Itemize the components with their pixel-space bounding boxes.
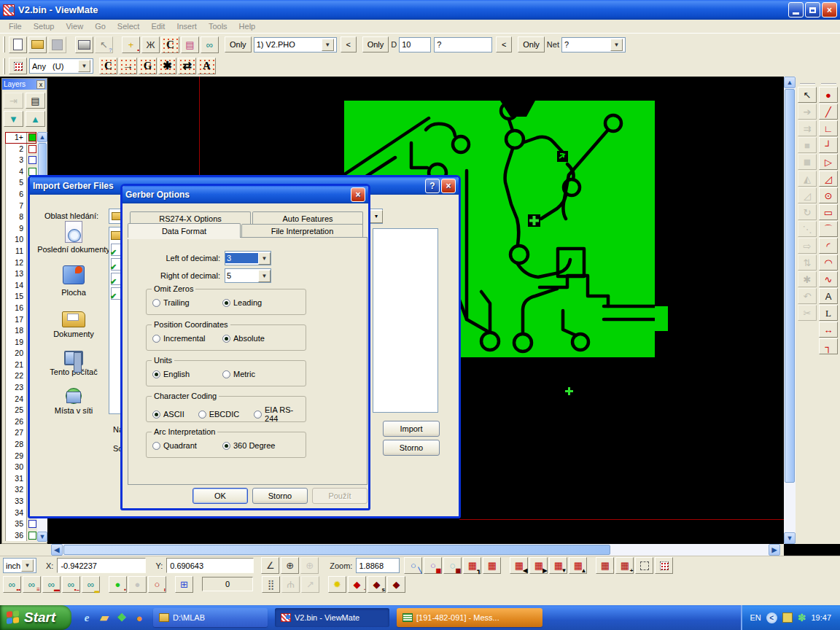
ok-button[interactable]: OK xyxy=(192,488,248,504)
scroll-left-icon[interactable]: ◀ xyxy=(51,544,63,556)
only-layer-button[interactable]: Only xyxy=(225,36,252,52)
radio-ascii[interactable]: ASCII xyxy=(152,410,198,419)
grid-offset-icon[interactable]: ▦▫ xyxy=(596,557,614,574)
radio-button[interactable] xyxy=(198,411,206,419)
dcode-query-input[interactable]: ? xyxy=(434,37,492,52)
tray-green-icon[interactable]: ✽ xyxy=(798,612,806,623)
draw-pad-icon[interactable]: ● xyxy=(819,87,838,103)
selection-pattern-icon[interactable] xyxy=(9,58,27,74)
chevron-down-icon[interactable]: ▼ xyxy=(78,60,90,72)
chevron-down-icon[interactable]: ▼ xyxy=(610,39,623,51)
ie-icon[interactable]: e xyxy=(80,611,93,624)
dcode-input[interactable]: 10 xyxy=(399,37,431,52)
layer-row-36[interactable]: 36 xyxy=(5,530,36,542)
left-of-decimal-combo[interactable]: 3 ▼ xyxy=(225,251,271,265)
measure-glasses-icon[interactable]: ∞ xyxy=(201,36,219,53)
dialog-help-button[interactable]: ? xyxy=(425,179,440,193)
grid-toggle-icon[interactable]: ▦ xyxy=(483,557,501,574)
scroll-down-icon[interactable]: ▼ xyxy=(784,532,796,544)
draw-rect-path-icon[interactable]: ┘ xyxy=(819,137,838,153)
draw-arc-cw-icon[interactable]: ◠ xyxy=(819,254,838,271)
gerber-dialog-titlebar[interactable]: Gerber Options × xyxy=(122,186,368,203)
close-button[interactable]: × xyxy=(822,2,837,18)
draw-dimension-icon[interactable]: ↔ xyxy=(819,322,838,338)
help-book-icon[interactable]: ❖ xyxy=(115,611,128,624)
layer-color-swatch[interactable] xyxy=(28,156,36,164)
chevron-down-icon[interactable]: ▼ xyxy=(21,559,34,572)
open-file-icon[interactable] xyxy=(28,36,47,53)
view-menu-button[interactable]: ▾ xyxy=(370,210,383,223)
layer-color-swatch[interactable] xyxy=(28,532,36,540)
view-highlight-icon[interactable]: ∞▂ xyxy=(82,576,100,593)
radio-button[interactable] xyxy=(254,411,262,419)
select-draw-icon[interactable]: → xyxy=(119,58,137,74)
net-combo[interactable]: ? ▼ xyxy=(561,37,626,52)
tray-clipboard-icon[interactable] xyxy=(782,612,793,623)
zoom-grid-icon[interactable]: ○▦ xyxy=(424,557,442,574)
pad-fill-icon[interactable]: ◆∙ xyxy=(348,576,366,593)
menu-tools[interactable]: Tools xyxy=(203,21,233,31)
vertical-scrollbar[interactable]: ▲ ▼ xyxy=(784,77,796,544)
layer-combo[interactable]: 1) V2.PHO ▼ xyxy=(254,37,337,52)
select-traverse-icon[interactable]: ⇄ xyxy=(178,58,196,74)
radio-button-selected[interactable] xyxy=(152,370,160,378)
import-cancel-button[interactable]: Storno xyxy=(383,440,440,456)
horizontal-scrollbar[interactable]: ◀ ▶ xyxy=(51,544,780,556)
dcode-film-icon[interactable]: C xyxy=(161,36,179,53)
import-button[interactable]: Import xyxy=(383,421,440,437)
layer-row-35[interactable]: 35 xyxy=(5,518,36,530)
draw-curve-icon[interactable]: ∿ xyxy=(819,271,838,287)
place-network[interactable]: Místa v síti xyxy=(36,386,112,415)
menu-view[interactable]: View xyxy=(60,21,89,31)
view-pads-icon[interactable]: ∞▬ xyxy=(42,576,61,593)
grid-corner-icon[interactable]: ▦┓ xyxy=(463,557,481,574)
pad-small-icon[interactable]: ◆s xyxy=(368,576,386,593)
aperture-target-icon[interactable]: +• xyxy=(122,36,140,53)
layer-color-swatch[interactable] xyxy=(28,133,36,141)
new-file-icon[interactable] xyxy=(9,36,27,53)
start-button[interactable]: Start xyxy=(0,605,71,630)
highlight-on-icon[interactable]: ●▪ xyxy=(109,576,127,593)
only-dcode-button[interactable]: Only xyxy=(362,36,389,52)
layers-close-icon[interactable]: x xyxy=(36,80,45,89)
pan-down-icon[interactable]: ▦▼ xyxy=(549,557,567,574)
draw-line-icon[interactable]: ╱ xyxy=(819,104,838,120)
origin-crosshair-icon[interactable]: ⊕ xyxy=(281,557,299,574)
dot-grid-icon[interactable]: ⣿ xyxy=(262,576,280,593)
radio-button-selected[interactable] xyxy=(152,411,160,419)
select-g-code-icon[interactable]: G xyxy=(139,58,157,74)
menu-help[interactable]: Help xyxy=(233,21,262,31)
selection-filter-combo[interactable]: Any (U) ▼ xyxy=(29,58,93,74)
language-indicator[interactable]: EN xyxy=(750,613,761,622)
radio-button[interactable] xyxy=(152,442,160,450)
scroll-down-icon[interactable]: ▼ xyxy=(37,532,47,542)
unit-combo[interactable]: inch ▼ xyxy=(3,558,36,573)
zoom-in-icon[interactable]: ○╲ xyxy=(404,557,422,574)
previous-layer-button[interactable]: < xyxy=(341,36,357,52)
select-text-icon[interactable]: A xyxy=(198,58,216,74)
move-layer-up-icon[interactable]: ▲ xyxy=(26,111,45,127)
highlight-outline-icon[interactable]: ○ı xyxy=(148,576,166,593)
zoom-window-icon[interactable]: ◌▦ xyxy=(443,557,462,574)
radio-button[interactable] xyxy=(152,335,160,343)
task-viewmate[interactable]: V2.bin - ViewMate xyxy=(275,608,389,627)
gerber-cancel-button[interactable]: Storno xyxy=(252,488,308,504)
minimize-button[interactable] xyxy=(788,2,804,18)
select-cursor-icon[interactable]: ↖ xyxy=(798,87,817,103)
measure-angle-icon[interactable]: ∠ xyxy=(261,557,279,574)
radio-button[interactable] xyxy=(222,370,230,378)
previous-dcode-button[interactable]: < xyxy=(496,36,512,52)
select-c-code-icon[interactable]: C xyxy=(99,58,117,74)
scroll-up-icon[interactable]: ▲ xyxy=(37,132,47,142)
draw-rectangle-icon[interactable]: ▭ xyxy=(819,204,838,220)
draw-polyline-icon[interactable]: ∟ xyxy=(819,120,838,136)
draw-circle-icon[interactable]: ⊙ xyxy=(819,187,838,203)
draw-arc-pie-icon[interactable]: ▷ xyxy=(819,154,838,170)
chevron-down-icon[interactable]: ▼ xyxy=(258,252,271,265)
radio-trailing[interactable]: Trailing xyxy=(152,298,222,307)
radio-english[interactable]: English xyxy=(152,370,222,378)
view-dcodes-icon[interactable]: ∞•• xyxy=(3,576,21,593)
apply-button[interactable]: Použít xyxy=(312,488,368,504)
layer-color-swatch[interactable] xyxy=(28,520,36,528)
tab-file-interpretation[interactable]: File Interpretation xyxy=(241,224,363,237)
